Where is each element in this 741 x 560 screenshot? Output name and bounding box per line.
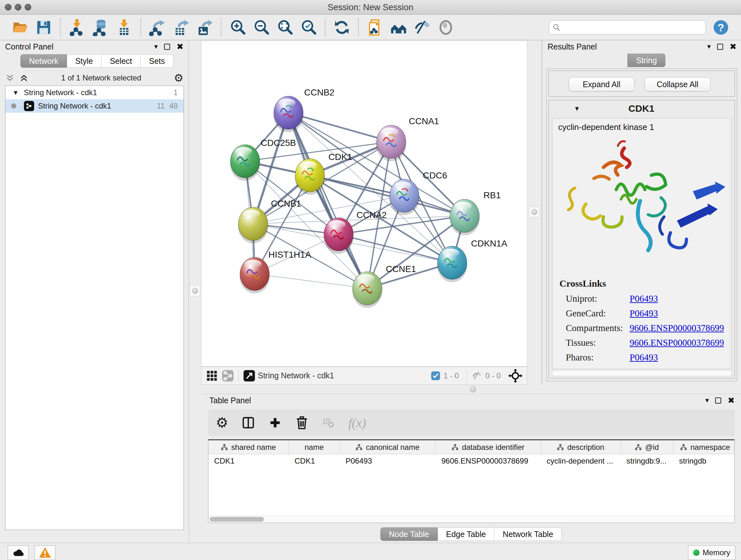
network-node[interactable] [376,125,406,161]
network-node[interactable] [240,257,270,294]
network-node[interactable] [450,199,480,235]
column-header[interactable]: shared name [208,440,289,454]
selected-checkbox-icon[interactable] [431,371,441,381]
warnings-button[interactable] [35,545,56,560]
search-input[interactable] [561,22,702,33]
column-header[interactable]: @id [621,440,673,454]
column-header[interactable]: name [289,440,340,454]
scrollbar-thumb[interactable] [210,517,264,522]
hidden-eye-icon[interactable] [471,370,482,381]
network-node[interactable] [273,96,304,132]
right-splitter[interactable] [528,40,542,385]
hide-panel-eye-icon[interactable] [413,18,431,37]
close-panel-icon[interactable]: ✖ [730,43,737,51]
table-row[interactable]: CDK1CDK1P064939606.ENSP00000378699cyclin… [208,454,734,468]
section-expander-icon[interactable]: ▼ [574,105,580,112]
import-database-icon[interactable] [91,18,110,37]
zoom-in-icon[interactable] [228,18,247,37]
help-icon[interactable]: ? [712,18,730,37]
network-edge[interactable] [310,175,465,216]
table-cell[interactable]: CDK1 [289,454,340,468]
export-network-icon[interactable] [148,18,166,37]
collection-expander-icon[interactable]: ▼ [12,89,19,97]
import-network-icon[interactable] [68,18,86,37]
tab-network-table[interactable]: Network Table [494,527,562,541]
grid-view-icon[interactable] [206,370,218,382]
table-cell[interactable]: 9606.ENSP00000378699 [435,454,541,468]
table-h-scrollbar[interactable] [208,516,734,523]
crosslink-link[interactable]: P06493 [630,308,658,319]
zoom-out-icon[interactable] [252,18,271,37]
crosslink-link[interactable]: 9606.ENSP00000378699 [630,323,724,333]
network-canvas[interactable]: CCNB2CCNA1CDC25BCDK1CDC6RB1CCNB1CCNA2CDK… [201,40,527,367]
table-cell[interactable]: P06493 [340,454,435,468]
show-columns-icon[interactable] [242,416,255,429]
close-panel-icon[interactable]: ✖ [177,43,184,51]
table-cell[interactable]: stringdb:9... [621,454,673,468]
zoom-selected-icon[interactable] [299,18,318,37]
tab-select[interactable]: Select [102,54,140,68]
network-node[interactable] [389,179,419,215]
column-header[interactable]: database identifier [435,440,541,454]
memory-button[interactable]: Memory [688,545,735,560]
network-edge[interactable] [255,274,367,288]
save-session-icon[interactable] [35,18,53,37]
network-row[interactable]: String Network - cdk1 11 48 [5,99,184,113]
import-table-icon[interactable] [115,18,133,37]
crosslink-link[interactable]: P06493 [630,294,658,304]
network-node[interactable] [295,159,325,195]
protein-section-header[interactable]: ▼ CDK1 [549,100,735,117]
tab-network[interactable]: Network [20,54,67,68]
bottom-splitter-handle[interactable] [470,386,476,392]
left-splitter-handle[interactable] [190,286,200,296]
network-collection-row[interactable]: ▼ String Network - cdk1 1 [5,86,184,99]
tab-node-table[interactable]: Node Table [381,527,438,541]
delete-column-trash-icon[interactable] [295,416,309,429]
float-panel-icon[interactable] [164,44,170,50]
table-settings-gear-icon[interactable]: ⚙ [216,416,228,430]
network-node[interactable] [238,207,268,243]
left-splitter[interactable] [189,40,201,543]
protein-details-scrollbar[interactable] [552,370,731,376]
preview-eye-icon[interactable] [436,18,455,37]
panel-menu-icon[interactable]: ▾ [707,43,711,50]
crosslink-link[interactable]: 9606.ENSP00000378699 [630,337,724,348]
expand-all-icon[interactable] [19,73,29,83]
tab-edge-table[interactable]: Edge Table [438,527,495,541]
table-cell[interactable]: cyclin-dependent ... [541,454,621,468]
panel-menu-icon[interactable]: ▾ [705,397,709,404]
export-image-icon[interactable] [195,18,214,37]
network-node[interactable] [324,218,354,254]
float-panel-icon[interactable] [715,397,721,403]
table-cell[interactable]: CDK1 [208,454,289,468]
fit-selected-crosshair-icon[interactable] [509,369,522,383]
collapse-all-button[interactable]: Collapse All [645,77,711,91]
search-field[interactable] [549,20,706,35]
network-options-gear-icon[interactable]: ⚙ [174,71,184,84]
export-table-icon[interactable] [172,18,190,37]
expand-all-button[interactable]: Expand All [569,77,634,91]
cloud-button[interactable] [8,545,29,560]
tab-sets[interactable]: Sets [141,54,174,68]
share-document-icon[interactable] [366,18,384,37]
column-header[interactable]: namespace [673,440,735,454]
network-share-icon[interactable] [222,370,234,382]
add-column-icon[interactable] [268,416,282,429]
collapse-all-icon[interactable] [5,73,15,83]
table-cell[interactable]: stringdb [673,454,735,468]
network-node[interactable] [437,246,467,282]
column-header[interactable]: description [541,440,621,454]
tab-string[interactable]: String [627,54,665,67]
home-icon[interactable] [389,18,408,37]
refresh-view-icon[interactable] [333,18,351,37]
network-node[interactable] [352,272,382,308]
right-splitter-handle[interactable] [529,207,539,217]
float-panel-icon[interactable] [717,44,723,50]
crosslink-link[interactable]: P06493 [630,352,658,363]
tab-style[interactable]: Style [67,54,102,68]
panel-menu-icon[interactable]: ▾ [154,43,158,50]
zoom-fit-icon[interactable] [276,18,294,37]
network-node[interactable] [230,145,260,181]
bottom-splitter[interactable] [201,385,741,394]
close-panel-icon[interactable]: ✖ [728,396,735,405]
